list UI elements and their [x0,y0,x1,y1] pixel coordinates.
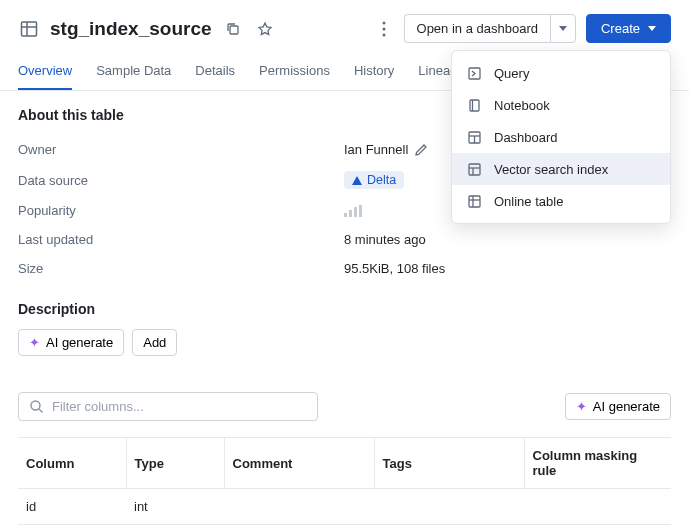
about-row-last-updated: Last updated 8 minutes ago [18,225,671,254]
edit-pencil-icon[interactable] [414,143,428,157]
delta-icon [352,176,362,185]
tab-history[interactable]: History [354,55,394,90]
dropdown-item-online-table[interactable]: Online table [452,185,670,217]
columns-toolbar: ✦ AI generate [18,392,671,421]
svg-rect-10 [470,100,479,111]
dashboard-icon [466,129,482,145]
dropdown-label: Vector search index [494,162,608,177]
svg-line-8 [39,409,43,413]
page-header: stg_index_source Open in a dashboard Cre… [0,0,689,55]
dropdown-item-notebook[interactable]: Notebook [452,89,670,121]
ai-generate-description-button[interactable]: ✦ AI generate [18,329,124,356]
open-dashboard-button[interactable]: Open in a dashboard [404,14,550,43]
about-label: Data source [18,173,344,188]
open-dashboard-caret[interactable] [550,14,576,43]
dropdown-item-vector-search[interactable]: Vector search index [452,153,670,185]
table-icon [18,18,40,40]
columns-table: Column Type Comment Tags Column masking … [18,437,671,532]
create-dropdown: Query Notebook Dashboard Vector search i… [451,50,671,224]
cell-column: id [18,489,126,525]
last-updated-value: 8 minutes ago [344,232,426,247]
svg-rect-18 [469,196,480,207]
delta-badge: Delta [344,171,404,189]
chevron-down-icon [559,26,567,31]
sparkle-icon: ✦ [29,335,40,350]
tab-sample-data[interactable]: Sample Data [96,55,171,90]
sparkle-icon: ✦ [576,399,587,414]
svg-point-7 [31,401,40,410]
svg-point-4 [382,21,385,24]
header-tags[interactable]: Tags [374,438,524,489]
dropdown-label: Query [494,66,529,81]
description-title: Description [18,301,671,317]
kebab-menu-icon[interactable] [374,21,394,37]
svg-rect-15 [469,164,480,175]
ai-generate-label: AI generate [593,399,660,414]
search-icon [29,399,44,414]
owner-value: Ian Funnell [344,142,408,157]
about-label: Last updated [18,232,344,247]
cell-masking [524,525,671,533]
page-title: stg_index_source [50,18,212,40]
query-icon [466,65,482,81]
header-column[interactable]: Column [18,438,126,489]
add-description-button[interactable]: Add [132,329,177,356]
cell-type: string [126,525,224,533]
cell-masking [524,489,671,525]
online-table-icon [466,193,482,209]
table-row[interactable]: id int [18,489,671,525]
header-comment[interactable]: Comment [224,438,374,489]
ai-generate-label: AI generate [46,335,113,350]
about-row-size: Size 95.5KiB, 108 files [18,254,671,283]
open-dashboard-group: Open in a dashboard [404,14,576,43]
notebook-icon [466,97,482,113]
about-label: Popularity [18,203,344,218]
svg-rect-0 [22,22,37,36]
size-value: 95.5KiB, 108 files [344,261,445,276]
svg-point-5 [382,27,385,30]
copy-icon[interactable] [222,18,244,40]
create-button-label: Create [601,21,640,36]
ai-generate-columns-button[interactable]: ✦ AI generate [565,393,671,420]
svg-point-6 [382,33,385,36]
dropdown-label: Online table [494,194,563,209]
cell-comment [224,489,374,525]
tab-overview[interactable]: Overview [18,55,72,90]
cell-comment [224,525,374,533]
header-masking[interactable]: Column masking rule [524,438,671,489]
dropdown-item-dashboard[interactable]: Dashboard [452,121,670,153]
dropdown-label: Notebook [494,98,550,113]
filter-columns-box[interactable] [18,392,318,421]
cell-tags [374,525,524,533]
star-icon[interactable] [254,18,276,40]
tab-details[interactable]: Details [195,55,235,90]
table-row[interactable]: document_text string [18,525,671,533]
cell-type: int [126,489,224,525]
delta-label: Delta [367,173,396,187]
table-header-row: Column Type Comment Tags Column masking … [18,438,671,489]
vector-search-icon [466,161,482,177]
about-label: Owner [18,142,344,157]
header-type[interactable]: Type [126,438,224,489]
popularity-bars-icon [344,205,362,217]
chevron-down-icon [648,26,656,31]
svg-rect-3 [230,26,238,34]
dropdown-label: Dashboard [494,130,558,145]
create-button[interactable]: Create [586,14,671,43]
cell-column: document_text [18,525,126,533]
about-label: Size [18,261,344,276]
tab-permissions[interactable]: Permissions [259,55,330,90]
description-section: Description ✦ AI generate Add [18,301,671,356]
cell-tags [374,489,524,525]
dropdown-item-query[interactable]: Query [452,57,670,89]
filter-columns-input[interactable] [52,399,307,414]
